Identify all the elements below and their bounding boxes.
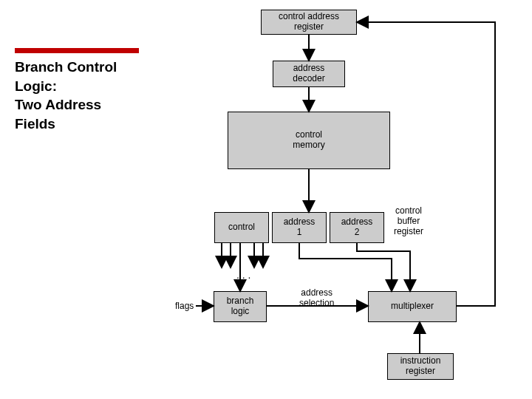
arrows-svg <box>0 0 532 399</box>
arrow-addr2-to-mux <box>357 243 410 290</box>
arrow-mux-to-car <box>358 22 495 306</box>
arrow-addr1-to-mux <box>299 243 392 290</box>
diagram-container: control addressregister addressdecoder c… <box>0 0 532 399</box>
